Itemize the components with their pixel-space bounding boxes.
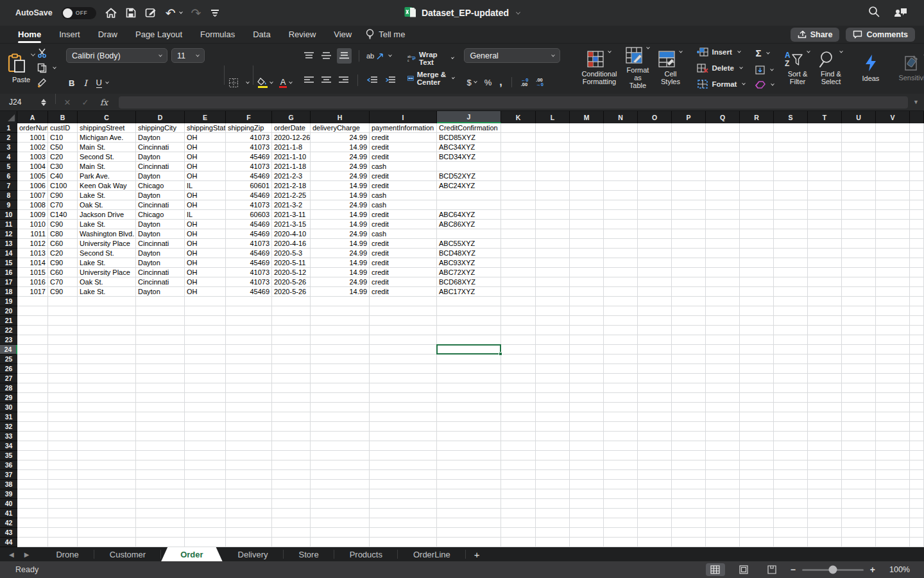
cell-M42[interactable] [570,518,604,528]
cell-B29[interactable] [48,393,78,403]
cell-P5[interactable] [672,162,706,171]
cell-N6[interactable] [604,171,638,181]
cell-H24[interactable] [311,345,370,355]
name-box[interactable]: J24 [0,98,41,107]
cell-F5[interactable]: 41073 [226,162,272,171]
cell-Q34[interactable] [706,441,740,451]
cell-T44[interactable] [808,538,842,547]
cell-V34[interactable] [876,441,910,451]
cell-J37[interactable] [437,470,501,480]
sheet-nav-right-icon[interactable]: ▶ [24,551,30,558]
home-icon[interactable] [105,8,117,19]
cell-G30[interactable] [272,403,311,412]
row-header-24[interactable]: 24 [0,345,17,355]
cell-R37[interactable] [740,470,774,480]
cell-A37[interactable] [17,470,48,480]
cell-A13[interactable]: 1012 [17,239,48,249]
cell-x27[interactable] [910,374,924,383]
cell-K18[interactable] [501,287,536,297]
cell-N16[interactable] [604,268,638,277]
cell-I31[interactable] [370,412,437,422]
cell-D42[interactable] [136,518,185,528]
cell-Q33[interactable] [706,432,740,441]
cell-H33[interactable] [311,432,370,441]
cell-Q43[interactable] [706,528,740,538]
cell-R34[interactable] [740,441,774,451]
cell-S41[interactable] [774,509,808,518]
cell-E41[interactable] [185,509,226,518]
undo-icon[interactable]: ↶ [166,6,182,21]
cell-I4[interactable]: credit [370,152,437,162]
cell-T28[interactable] [808,383,842,393]
cell-V33[interactable] [876,432,910,441]
row-header-44[interactable]: 44 [0,538,17,547]
cell-V19[interactable] [876,297,910,306]
cell-Q24[interactable] [706,345,740,355]
cell-C44[interactable] [78,538,136,547]
cell-V4[interactable] [876,152,910,162]
cell-B25[interactable] [48,355,78,364]
cell-T3[interactable] [808,143,842,152]
cell-G15[interactable]: 2020-5-11 [272,258,311,268]
cell-S20[interactable] [774,306,808,316]
cell-I33[interactable] [370,432,437,441]
cell-J21[interactable] [437,316,501,326]
cell-P2[interactable] [672,133,706,143]
align-right-button[interactable] [337,73,350,88]
cell-O11[interactable] [638,220,672,229]
cell-S22[interactable] [774,326,808,335]
formula-bar-expand-icon[interactable]: ▼ [913,99,919,105]
cell-S34[interactable] [774,441,808,451]
cell-M5[interactable] [570,162,604,171]
cell-E14[interactable]: OH [185,249,226,258]
cell-P7[interactable] [672,181,706,191]
cell-I21[interactable] [370,316,437,326]
cell-S3[interactable] [774,143,808,152]
cell-L23[interactable] [536,335,570,345]
cell-M36[interactable] [570,460,604,470]
row-header-41[interactable]: 41 [0,509,17,518]
tab-insert[interactable]: Insert [50,26,89,44]
fill-color-button[interactable] [257,78,268,88]
cell-G1[interactable]: orderDate [272,123,311,133]
bold-button[interactable]: B [69,78,74,88]
orientation-button[interactable]: ab [366,52,391,60]
column-header-O[interactable]: O [638,111,672,123]
cell-O10[interactable] [638,210,672,220]
cell-B27[interactable] [48,374,78,383]
cell-L34[interactable] [536,441,570,451]
cell-H25[interactable] [311,355,370,364]
cell-M12[interactable] [570,229,604,239]
cell-N25[interactable] [604,355,638,364]
cell-S9[interactable] [774,200,808,210]
cell-H29[interactable] [311,393,370,403]
cell-R31[interactable] [740,412,774,422]
cell-G5[interactable]: 2021-1-18 [272,162,311,171]
cell-B28[interactable] [48,383,78,393]
cell-T32[interactable] [808,422,842,432]
cell-E35[interactable] [185,451,226,460]
cell-B34[interactable] [48,441,78,451]
cell-Q9[interactable] [706,200,740,210]
cell-P13[interactable] [672,239,706,249]
cell-I13[interactable]: credit [370,239,437,249]
cell-M14[interactable] [570,249,604,258]
cell-E17[interactable]: OH [185,277,226,287]
cell-E32[interactable] [185,422,226,432]
font-size-select[interactable]: 11 [171,48,205,63]
cell-M37[interactable] [570,470,604,480]
cell-N2[interactable] [604,133,638,143]
cell-B13[interactable]: C60 [48,239,78,249]
cell-O8[interactable] [638,191,672,200]
cell-J39[interactable] [437,489,501,499]
cell-O28[interactable] [638,383,672,393]
cell-F39[interactable] [226,489,272,499]
cell-O12[interactable] [638,229,672,239]
underline-chevron-icon[interactable] [105,80,109,84]
cell-S18[interactable] [774,287,808,297]
cell-N5[interactable] [604,162,638,171]
autosum-button[interactable]: Σ [755,48,774,58]
cell-U27[interactable] [842,374,876,383]
cell-S7[interactable] [774,181,808,191]
number-format-select[interactable]: General [464,48,560,63]
